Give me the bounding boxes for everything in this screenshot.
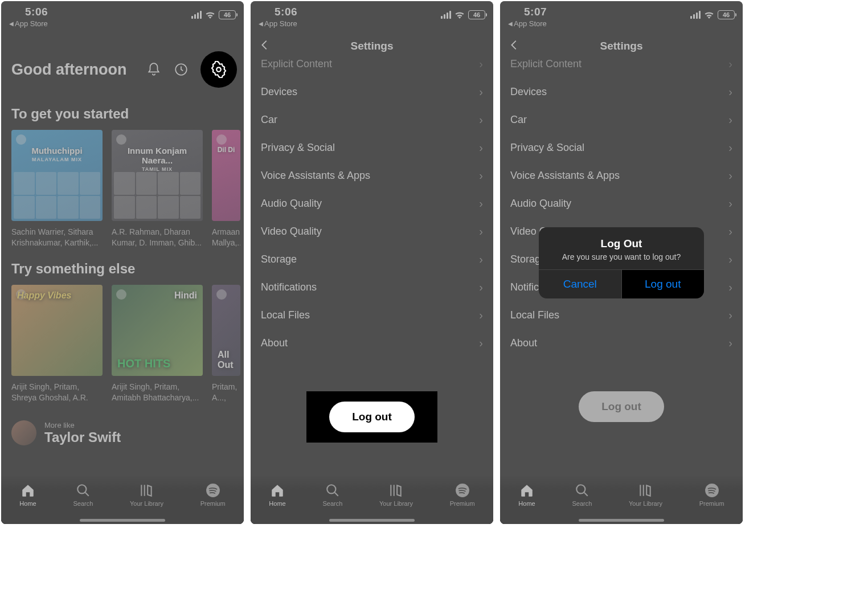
chevron-right-icon: › [479,85,483,99]
svg-point-1 [216,67,221,72]
playlist-card[interactable]: Innum Konjam Naera... TAMIL MIX A.R. Rah… [112,130,203,248]
gear-icon [210,61,227,78]
back-button[interactable] [259,39,271,51]
dialog-confirm-button[interactable]: Log out [622,270,705,298]
settings-row-explicit[interactable]: Explicit Content› [251,50,493,78]
logout-highlight: Log out [306,391,437,443]
screen-settings: 5:06 App Store 46 Settings Explicit Cont… [251,1,493,524]
settings-list[interactable]: Explicit Content› Devices› Car› Privacy … [251,50,493,357]
chevron-right-icon: › [479,337,483,350]
bottom-nav: Home Search Your Library Premium [251,475,493,524]
playlist-card[interactable]: Happy Vibes Arijit Singh, Pritam, Shreya… [11,285,103,403]
wifi-icon [205,11,215,19]
cellular-signal-icon [191,11,202,19]
nav-search[interactable]: Search [322,483,342,507]
card-row-started[interactable]: Muthuchippi MALAYALAM MIX Sachin Warrier… [1,130,244,248]
chevron-right-icon: › [479,169,483,182]
dialog-cancel-button[interactable]: Cancel [539,270,622,298]
home-indicator[interactable] [329,519,415,522]
section-title-else: Try something else [1,248,244,285]
cellular-signal-icon [441,11,451,19]
chevron-right-icon: › [479,113,483,126]
svg-point-2 [77,485,86,493]
spotify-icon [455,483,470,498]
chevron-right-icon: › [479,141,483,154]
screen-home: 5:06 App Store 46 Good afternoon To get … [1,1,244,524]
nav-home[interactable]: Home [19,483,36,507]
nav-home[interactable]: Home [269,483,285,507]
playlist-caption: Sachin Warrier, Sithara Krishnakumar, Ka… [11,227,103,248]
logout-dialog: Log Out Are you sure you want to log out… [539,227,704,298]
playlist-caption: A.R. Rahman, Dharan Kumar, D. Imman, Ghi… [112,227,203,248]
playlist-caption: Arijit Singh, Pritam, Shreya Ghoshal, A.… [11,382,103,403]
more-like-label: More like [44,421,121,429]
status-bar: 5:06 App Store 46 [251,1,493,28]
bottom-nav: Home Search Your Library Premium [1,475,244,524]
settings-row-privacy[interactable]: Privacy & Social› [251,134,493,162]
playlist-caption: Pritam, A..., Shreya G... [212,382,240,403]
svg-point-4 [327,485,335,493]
settings-row-storage[interactable]: Storage› [251,245,493,273]
artist-avatar [11,420,36,445]
chevron-right-icon: › [479,281,483,294]
more-like-section[interactable]: More like Taylor Swift [1,403,244,451]
more-like-artist: Taylor Swift [44,429,121,445]
dialog-title: Log Out [546,238,697,250]
chevron-left-icon [259,39,271,51]
nav-search[interactable]: Search [73,483,93,507]
settings-row-voice[interactable]: Voice Assistants & Apps› [251,162,493,190]
nav-premium[interactable]: Premium [450,483,475,507]
status-bar: 5:06 App Store 46 [1,1,244,28]
search-icon [325,483,340,498]
battery-indicator: 46 [219,10,236,19]
card-row-else[interactable]: Happy Vibes Arijit Singh, Pritam, Shreya… [1,285,244,403]
home-indicator[interactable] [80,519,165,522]
settings-row-notifications[interactable]: Notifications› [251,273,493,301]
battery-indicator: 46 [468,10,485,19]
chevron-right-icon: › [479,309,483,322]
settings-row-car[interactable]: Car› [251,106,493,134]
chevron-right-icon: › [479,197,483,210]
settings-row-about[interactable]: About› [251,329,493,357]
settings-button-highlight[interactable] [200,51,237,88]
search-icon [76,483,91,498]
nav-library[interactable]: Your Library [130,483,163,507]
playlist-caption: Arijit Singh, Pritam, Amitabh Bhattachar… [112,382,203,403]
chevron-right-icon: › [479,225,483,238]
playlist-card[interactable]: Muthuchippi MALAYALAM MIX Sachin Warrier… [11,130,103,248]
dialog-scrim: Log Out Are you sure you want to log out… [500,1,743,524]
wifi-icon [455,11,465,19]
playlist-card[interactable]: Dil Di Armaan Mallya,... [212,130,240,248]
nav-premium[interactable]: Premium [200,483,226,507]
screen-logout-confirm: 5:07 App Store 46 Settings Explicit Cont… [500,1,743,524]
home-icon [21,483,35,498]
library-icon [139,483,154,498]
settings-row-local-files[interactable]: Local Files› [251,301,493,329]
chevron-right-icon: › [479,58,483,71]
settings-row-audio-quality[interactable]: Audio Quality› [251,190,493,218]
recently-played-icon[interactable] [173,62,189,77]
playlist-card[interactable]: All Out Pritam, A..., Shreya G... [212,285,240,403]
notifications-icon[interactable] [146,62,162,77]
dialog-message: Are you sure you want to log out? [546,252,697,261]
status-back-to-app[interactable]: App Store [9,19,48,28]
playlist-card[interactable]: Hindi HOT HITS Arijit Singh, Pritam, Ami… [112,285,203,403]
chevron-right-icon: › [479,253,483,266]
nav-library[interactable]: Your Library [379,483,413,507]
playlist-caption: Armaan Mallya,... [212,227,240,248]
settings-row-devices[interactable]: Devices› [251,78,493,106]
section-title-started: To get you started [1,93,244,130]
greeting-title: Good afternoon [11,61,126,79]
library-icon [388,483,403,498]
settings-row-video-quality[interactable]: Video Quality› [251,218,493,245]
status-time: 5:06 [259,6,297,18]
status-time: 5:06 [9,6,48,18]
spotify-icon [206,483,220,498]
home-icon [270,483,285,498]
logout-button[interactable]: Log out [329,402,415,432]
status-back-to-app[interactable]: App Store [259,19,297,28]
